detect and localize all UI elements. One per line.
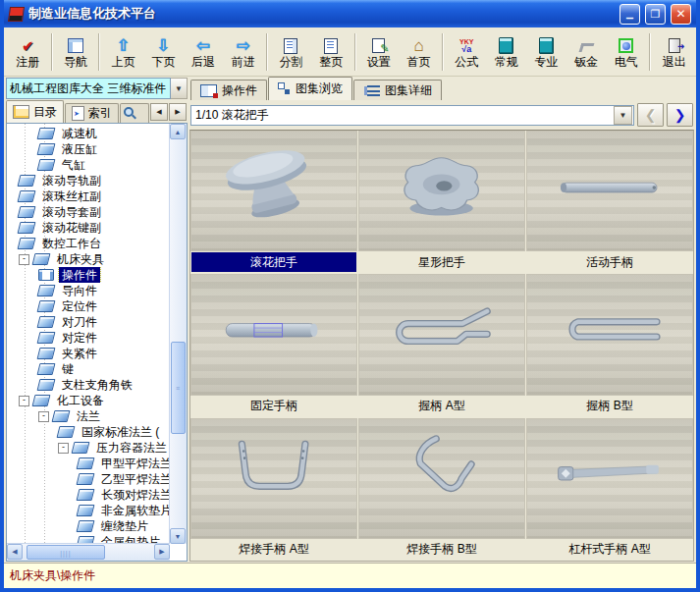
tree-item[interactable]: 滚动导轨副 [7,173,170,188]
tree-item[interactable]: 非金属软垫片 [7,503,170,518]
tree-item[interactable]: 长颈对焊法兰 [7,487,170,503]
collapse-icon[interactable] [58,443,69,454]
toolbar-button-full-page[interactable]: 整页 [311,29,351,75]
gallery-item-welded-handle-b[interactable]: 焊接手柄 B型 [359,419,524,560]
part-thumbnail[interactable] [359,132,524,250]
part-thumbnail[interactable] [359,419,524,538]
tree-item-selected[interactable]: 操作件 [7,267,170,283]
scroll-down-icon[interactable]: ▼ [170,528,186,544]
tab-atlas-detail[interactable]: 图集详细 [353,80,442,100]
tree-item[interactable]: 键 [7,361,170,377]
tab-parts[interactable]: 操作件 [190,80,267,100]
toolbar-button-register[interactable]: 注册 [8,29,48,75]
tab-scroll-right-button[interactable]: ▶ [169,103,187,121]
minimize-button[interactable] [619,4,640,25]
toolbar-button-exit[interactable]: 退出 [654,29,694,75]
tree-item[interactable]: 夹紧件 [7,346,170,361]
tree-item[interactable]: 导向件 [7,283,170,298]
tree-item[interactable]: 对刀件 [7,314,170,330]
content-area: 机械工程图库大全 三维标准件 ▼ 目录 索引 ◀ ▶ [4,77,696,563]
part-thumbnail[interactable] [191,419,356,538]
item-caption-selected[interactable]: 滚花把手 [191,252,356,272]
item-caption[interactable]: 焊接手柄 A型 [191,540,356,560]
scroll-right-icon[interactable]: ▶ [154,544,170,560]
library-select[interactable]: 机械工程图库大全 三维标准件 [6,78,171,99]
scroll-left-icon[interactable]: ◀ [7,544,23,560]
tab-index[interactable]: 索引 [65,103,119,123]
tab-search[interactable] [120,103,149,123]
toolbar-button-settings[interactable]: 设置 [359,29,400,75]
maximize-button[interactable] [645,4,666,25]
toolbar-button-page-up[interactable]: 上页 [103,29,143,75]
tree-item[interactable]: 滚动花键副 [7,220,170,236]
gallery-item-welded-handle-a[interactable]: 焊接手柄 A型 [191,419,356,560]
next-item-button[interactable] [667,103,693,127]
part-thumbnail[interactable] [191,275,356,394]
gallery-item-movable-handle[interactable]: 活动手柄 [527,132,692,272]
part-thumbnail[interactable] [359,275,524,394]
scroll-up-icon[interactable]: ▲ [170,124,186,139]
toolbar-button-split[interactable]: 分割 [271,29,311,75]
library-select-dropdown-icon[interactable]: ▼ [171,78,188,99]
gallery-select-dropdown-icon[interactable]: ▼ [614,106,632,125]
part-thumbnail[interactable] [527,132,692,250]
tree-item[interactable]: 甲型平焊法兰 [7,456,170,471]
toolbar-button-home[interactable]: 首页 [399,29,439,75]
tree-item[interactable]: 数控工作台 [7,236,170,251]
book-icon [37,379,56,391]
tree-item[interactable]: 化工设备 [7,393,170,408]
part-thumbnail[interactable] [191,132,356,250]
tree-item[interactable]: 液压缸 [7,141,170,157]
toolbar-button-navigate[interactable]: 导航 [56,29,96,75]
gallery-item-lever-handle-a[interactable]: 杠杆式手柄 A型 [527,419,692,560]
horizontal-scroll-thumb[interactable]: |||| [27,545,105,560]
part-thumbnail[interactable] [527,419,692,538]
toolbar-button-formula[interactable]: YKY√a 公式 [447,29,487,75]
tree-item[interactable]: 滚珠丝杠副 [7,188,170,204]
collapse-icon[interactable] [19,254,29,265]
part-thumbnail[interactable] [527,275,692,394]
gallery-item-knurled-handle[interactable]: 滚花把手 [191,132,356,272]
toolbar-button-back[interactable]: 后退 [184,29,224,75]
tree-item[interactable]: 国家标准法兰 ( [7,424,170,440]
gallery-item-grip-b[interactable]: 握柄 B型 [527,275,692,415]
item-caption[interactable]: 杠杆式手柄 A型 [527,540,692,560]
tree-item[interactable]: 法兰 [7,408,170,424]
tree-item[interactable]: 定位件 [7,298,170,314]
tree-item[interactable]: 缠绕垫片 [7,518,170,534]
item-caption[interactable]: 活动手柄 [527,252,692,272]
toolbar-button-page-down[interactable]: 下页 [143,29,184,75]
gallery-item-star-handle[interactable]: 星形把手 [359,132,524,272]
tree-item[interactable]: 气缸 [7,157,170,173]
vertical-scroll-thumb[interactable]: ≡ [171,342,186,434]
collapse-icon[interactable] [19,396,29,406]
tree-item[interactable]: 机床夹具 [7,251,170,267]
tree-vertical-scrollbar[interactable]: ▲ ≡ ▼ [169,124,187,544]
toolbar-button-electrical[interactable]: 电气 [607,29,647,75]
toolbar-button-sheet-metal[interactable]: 钣金 [566,29,607,75]
tree-item[interactable]: 压力容器法兰 [7,440,170,456]
item-caption[interactable]: 握柄 A型 [359,397,524,416]
toolbar-button-forward[interactable]: 前进 [223,29,263,75]
toolbar-button-general-calc[interactable]: 常规 [487,29,527,75]
tab-atlas-browse[interactable]: 图集浏览 [268,77,352,100]
item-caption[interactable]: 握柄 B型 [527,397,692,416]
tab-scroll-left-button[interactable]: ◀ [150,103,168,121]
item-caption[interactable]: 星形把手 [359,252,524,272]
tree-horizontal-scrollbar[interactable]: ◀ |||| ▶ [7,543,170,561]
toolbar-button-professional-calc[interactable]: 专业 [526,29,566,75]
item-caption[interactable]: 焊接手柄 B型 [359,540,524,560]
tab-directory[interactable]: 目录 [6,100,64,123]
gallery-item-grip-a[interactable]: 握柄 A型 [359,275,524,415]
close-button[interactable] [671,4,691,25]
tree-item[interactable]: 乙型平焊法兰 [7,471,170,487]
previous-item-button[interactable] [637,103,664,127]
collapse-icon[interactable] [38,411,49,422]
tree-item[interactable]: 滚动导套副 [7,204,170,220]
tree-item[interactable]: 减速机 [7,126,170,141]
gallery-item-fixed-handle[interactable]: 固定手柄 [191,275,356,415]
tree-item[interactable]: 支柱支角角铁 [7,377,170,393]
tree-item[interactable]: 对定件 [7,330,170,346]
item-caption[interactable]: 固定手柄 [191,397,356,416]
gallery-select[interactable]: 1/10 滚花把手 ▼ [190,105,634,126]
